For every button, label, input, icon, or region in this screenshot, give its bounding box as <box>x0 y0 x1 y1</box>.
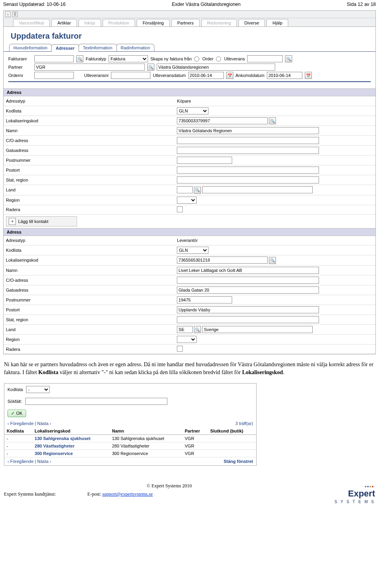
search-icon[interactable]: 🔍 <box>194 187 201 194</box>
buyer-namn-input[interactable] <box>177 127 319 134</box>
buyer-radera-checkbox[interactable] <box>177 206 183 212</box>
window-toolbar: ⌂ ☰ <box>4 11 375 18</box>
lokaliseringskod-label: Lokaliseringskod <box>4 255 174 266</box>
divider <box>8 81 371 82</box>
buyer-gatu-input[interactable] <box>177 147 319 154</box>
instruction-paragraph: Ni kan här se er partners huvudadress oc… <box>4 361 375 377</box>
skapa-order-label: Order <box>203 56 214 61</box>
popup-ok-button[interactable]: OK <box>8 410 26 417</box>
supplier-radera-checkbox[interactable] <box>177 346 183 352</box>
co-label: C/O-adress <box>4 275 174 285</box>
lokaliseringskod-label: Lokaliseringskod <box>4 116 174 126</box>
stat-label: Stat, region <box>4 175 174 185</box>
supplier-landname-input[interactable] <box>202 326 313 333</box>
popup-next-link[interactable]: Nästa › <box>37 421 51 426</box>
supplier-postort-input[interactable] <box>177 306 319 313</box>
namn-label: Namn <box>4 126 174 136</box>
utleveransdatum-input[interactable] <box>188 72 224 79</box>
buyer-postort-input[interactable] <box>177 167 319 174</box>
subtab-huvudinformation[interactable]: Huvudinformation <box>9 44 52 51</box>
region-label: Region <box>4 335 174 345</box>
utleveransnr-input[interactable] <box>111 72 150 79</box>
popup-prev-link[interactable]: ‹ Föregående <box>8 421 34 426</box>
supplier-postnr-input[interactable] <box>177 296 232 303</box>
buyer-landname-input[interactable] <box>202 186 313 193</box>
tab-partners[interactable]: Partners <box>171 19 200 26</box>
buyer-stat-input[interactable] <box>177 176 319 184</box>
supplier-co-input[interactable] <box>177 277 319 284</box>
search-icon[interactable]: 🔍 <box>76 55 83 62</box>
popup-prev-link[interactable]: ‹ Föregående <box>8 459 34 464</box>
postort-label: Postort <box>4 305 174 315</box>
supplier-stat-input[interactable] <box>177 316 319 323</box>
supplier-landcode-input[interactable] <box>177 326 193 333</box>
subtab-radinformation[interactable]: Radinformation <box>116 44 155 51</box>
kodlista-label: Kodlista <box>4 245 174 255</box>
table-row[interactable]: - 280 Västfastigheter 280 Västfastighete… <box>4 442 256 449</box>
buyer-address-table: Adresstyp Köpare Kodlista GLN Lokaliseri… <box>4 96 375 215</box>
buyer-lokaliseringskod-input[interactable] <box>177 117 268 124</box>
tab-diverse[interactable]: Diverse <box>238 19 265 26</box>
fakturanr-input[interactable] <box>34 55 74 62</box>
supplier-gatu-input[interactable] <box>177 287 319 294</box>
buyer-adresstyp-value: Köpare <box>174 96 375 106</box>
supplier-namn-input[interactable] <box>177 267 319 274</box>
supplier-kodlista-select[interactable]: GLN <box>177 247 208 254</box>
skapa-order-radio[interactable] <box>194 56 199 62</box>
calendar-icon[interactable]: 📅 <box>305 72 312 79</box>
supplier-region-select[interactable] <box>177 336 197 343</box>
buyer-region-select[interactable] <box>177 197 197 204</box>
table-row[interactable]: - 130 Sahlgrenska sjukhuset 130 Sahlgren… <box>4 434 256 442</box>
ordernr-label: Ordernr <box>8 73 32 78</box>
buyer-postnr-input[interactable] <box>177 157 232 164</box>
ordernr-input[interactable] <box>34 72 74 79</box>
logo: Expert S Y S T E M S <box>334 483 375 504</box>
tab-produktion[interactable]: Produktion <box>103 19 135 26</box>
buyer-kodlista-select[interactable]: GLN <box>177 107 208 114</box>
partner-name-input[interactable] <box>157 64 275 71</box>
buyer-co-input[interactable] <box>177 137 319 144</box>
table-row[interactable]: - 300 Regionservice 300 Regionservice VG… <box>4 449 256 457</box>
popup-results-table: Kodlista Lokaliseringskod Namn Partner S… <box>4 427 256 457</box>
section-adress-supplier: Adress <box>4 228 375 236</box>
partner-label: Partner <box>8 65 32 69</box>
popup-kodlista-select[interactable]: - <box>26 386 50 393</box>
search-icon[interactable]: 🔍 <box>285 55 292 62</box>
grid-icon[interactable]: ☰ <box>12 11 18 17</box>
add-kontakt-button[interactable]: ＋ Lägg till kontakt <box>6 216 77 227</box>
tab-forsaljning[interactable]: Försäljning <box>137 19 170 26</box>
partner-input[interactable] <box>34 64 145 71</box>
subtab-textinformation[interactable]: Textinformation <box>79 44 117 51</box>
search-icon[interactable]: 🔍 <box>269 117 276 124</box>
sub-tabs: Huvudinformation Adresser Textinformatio… <box>4 44 375 52</box>
ankomstdatum-input[interactable] <box>267 72 302 79</box>
tab-hjalp[interactable]: Hjälp <box>266 19 288 26</box>
gatu-label: Gatuadress <box>4 285 174 295</box>
plus-icon: ＋ <box>9 218 16 225</box>
search-icon[interactable]: 🔍 <box>194 326 201 333</box>
supplier-lokaliseringskod-input[interactable] <box>177 257 268 264</box>
buyer-landcode-input[interactable] <box>177 186 193 193</box>
subtab-adresser[interactable]: Adresser <box>51 44 79 52</box>
fakturatyp-select[interactable]: Faktura <box>109 55 148 62</box>
calendar-icon[interactable]: 📅 <box>226 72 233 79</box>
header-updated: Senast Uppdaterad: 10-06-16 <box>3 2 66 7</box>
popup-close-link[interactable]: Stäng fönstret <box>223 459 253 464</box>
tab-inkop[interactable]: Inköp <box>79 19 101 26</box>
footer-epost-link[interactable]: support@expertsystems.se <box>102 491 153 497</box>
add-kontakt-label: Lägg till kontakt <box>18 219 48 224</box>
tab-varucertifikat[interactable]: Varucertifikat <box>13 19 50 26</box>
land-label: Land <box>4 185 174 195</box>
popup-kodlista-label: Kodlista <box>8 387 23 392</box>
search-icon[interactable]: 🔍 <box>147 64 154 71</box>
search-icon[interactable]: 🔍 <box>269 257 276 264</box>
popup-sokfalt-input[interactable] <box>25 398 167 405</box>
tab-artiklar[interactable]: Artiklar <box>51 19 77 26</box>
search-popup: Kodlista - Sökfält: OK ‹ Föregående | Nä… <box>4 383 257 466</box>
tab-redovisning[interactable]: Redovisning <box>201 19 237 26</box>
home-icon[interactable]: ⌂ <box>5 11 11 17</box>
skapa-input[interactable] <box>247 55 283 62</box>
skapa-utleverans-radio[interactable] <box>216 56 221 62</box>
popup-next-link[interactable]: Nästa › <box>37 459 51 464</box>
popup-hit-count: 3 träff(ar) <box>235 421 253 426</box>
